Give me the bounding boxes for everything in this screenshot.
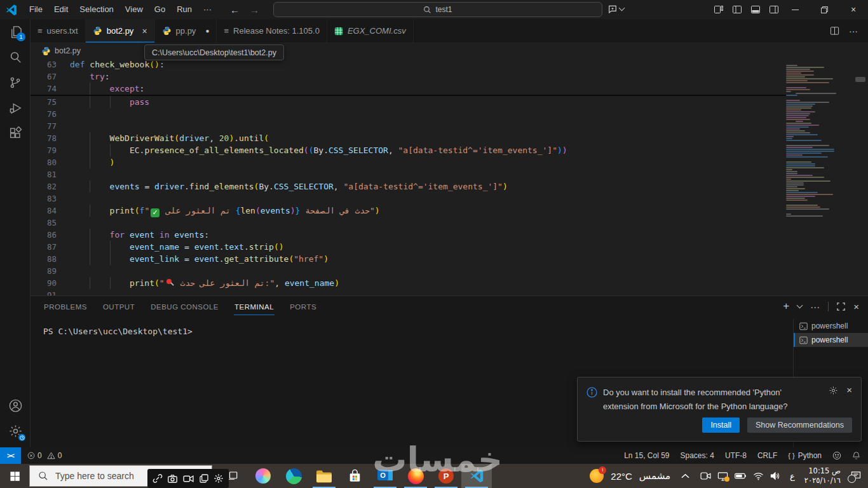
terminal-profile-chevron-icon[interactable] — [797, 302, 803, 309]
panel-tab-output[interactable]: OUTPUT — [102, 297, 135, 315]
remote-indicator[interactable]: >< — [0, 447, 21, 464]
line-number[interactable]: 82 — [31, 180, 70, 193]
code-line-77[interactable]: 77 — [31, 120, 868, 132]
close-window-button[interactable]: × — [839, 0, 868, 19]
editor-actions-more-icon[interactable]: ··· — [849, 26, 858, 36]
code-line-63[interactable]: 63def check_webook(): — [31, 58, 786, 71]
toggle-sidebar-icon[interactable] — [732, 4, 742, 15]
menu-run[interactable]: Run — [171, 0, 198, 19]
input-language[interactable]: ع — [790, 471, 795, 481]
tab-egx-comi-csv[interactable]: EGX_COMI.csv — [327, 19, 414, 43]
menu-view[interactable]: View — [119, 0, 149, 19]
editor-scrollbar[interactable] — [855, 77, 865, 82]
menu-go[interactable]: Go — [149, 0, 171, 19]
forward-arrow-icon[interactable]: → — [250, 4, 259, 15]
minimize-button[interactable] — [780, 0, 810, 19]
outlook-app-icon[interactable]: O — [370, 464, 400, 488]
menu-edit[interactable]: Edit — [48, 0, 74, 19]
vscode-app-icon[interactable] — [461, 464, 492, 488]
link-icon[interactable] — [153, 473, 163, 484]
close-tab-icon[interactable]: × — [142, 26, 147, 36]
code-line-80[interactable]: 80) — [31, 156, 868, 168]
indentation[interactable]: Spaces: 4 — [681, 451, 714, 460]
battery-icon[interactable] — [735, 472, 747, 480]
customize-layout-icon[interactable] — [714, 4, 724, 15]
line-number[interactable]: 76 — [31, 108, 70, 120]
terminal-instance-2[interactable]: powershell — [794, 333, 868, 347]
close-panel-icon[interactable]: × — [853, 301, 859, 312]
eol-sequence[interactable]: CRLF — [757, 451, 777, 460]
code-line-87[interactable]: 87event_name = event.text.strip() — [31, 241, 868, 253]
tab-release-notes-1-105-0[interactable]: ≡Release Notes: 1.105.0 — [217, 19, 327, 43]
problems-status[interactable]: 0 0 — [27, 451, 62, 460]
video-camera-icon[interactable] — [183, 473, 194, 484]
run-debug-icon[interactable] — [0, 95, 31, 121]
line-number[interactable]: 78 — [31, 132, 70, 144]
panel-tab-terminal[interactable]: TERMINAL — [234, 297, 275, 315]
meet-now-icon[interactable] — [700, 471, 711, 480]
line-number[interactable]: 74 — [31, 83, 70, 95]
line-number[interactable]: 83 — [31, 193, 70, 205]
volume-icon[interactable] — [770, 471, 780, 480]
code-line-89[interactable]: 89 — [31, 265, 868, 277]
toggle-secondary-sidebar-icon[interactable] — [769, 4, 779, 15]
encoding[interactable]: UTF-8 — [725, 451, 747, 460]
panel-tab-debug-console[interactable]: DEBUG CONSOLE — [150, 297, 219, 315]
code-line-81[interactable]: 81 — [31, 168, 868, 180]
code-line-90[interactable]: 90print(" تم العثور على حدث:", event_nam… — [31, 277, 868, 289]
code-line-86[interactable]: 86for event in events: — [31, 229, 868, 241]
layers-icon[interactable] — [199, 473, 209, 484]
line-number[interactable]: 87 — [31, 241, 70, 253]
settings-gear-icon[interactable] — [0, 418, 31, 444]
maximize-panel-icon[interactable] — [837, 302, 845, 311]
language-mode[interactable]: { }Python — [788, 451, 822, 460]
new-terminal-icon[interactable]: + — [783, 300, 789, 313]
extensions-icon[interactable] — [0, 121, 31, 146]
accounts-icon[interactable] — [0, 393, 31, 418]
code-line-82[interactable]: 82events = driver.find_elements(By.CSS_S… — [31, 180, 868, 193]
panel-more-icon[interactable]: ··· — [810, 301, 820, 312]
line-number[interactable]: 81 — [31, 168, 70, 180]
toggle-panel-icon[interactable] — [750, 4, 761, 15]
command-center-search[interactable]: test1 — [273, 2, 602, 17]
tab-pp-py[interactable]: pp.py● — [155, 19, 217, 43]
code-line-85[interactable]: 85 — [31, 217, 868, 229]
firefox-app-icon[interactable] — [400, 464, 431, 488]
camera-icon[interactable] — [167, 473, 178, 484]
panel-tab-ports[interactable]: PORTS — [289, 297, 317, 315]
restore-button[interactable] — [810, 0, 839, 19]
split-editor-icon[interactable] — [830, 26, 839, 36]
line-number[interactable]: 75 — [31, 96, 70, 108]
code-editor[interactable]: 63def check_webook():67try:74except:75pa… — [31, 58, 868, 295]
tray-expand-chevron-icon[interactable] — [681, 473, 689, 478]
menu-selection[interactable]: Selection — [74, 0, 119, 19]
explorer-icon[interactable]: 1 — [0, 19, 31, 44]
back-arrow-icon[interactable]: ← — [230, 4, 240, 15]
copilot-menu[interactable] — [607, 4, 624, 14]
show-recommendations-button[interactable]: Show Recommendations — [747, 417, 852, 433]
line-number[interactable]: 88 — [31, 253, 70, 265]
modified-dot-icon[interactable]: ● — [205, 27, 209, 34]
microsoft-store-app-icon[interactable] — [339, 464, 370, 488]
menu-file[interactable]: File — [24, 0, 48, 19]
line-number[interactable]: 79 — [31, 144, 70, 156]
code-line-88[interactable]: 88event_link = event.get_attribute("href… — [31, 253, 868, 265]
code-line-75[interactable]: 75pass — [31, 96, 868, 108]
line-number[interactable]: 91 — [31, 289, 70, 295]
search-sidebar-icon[interactable] — [0, 44, 31, 70]
feedback-smiley-icon[interactable] — [832, 451, 841, 460]
tab-bot2-py[interactable]: bot2.py× — [86, 19, 155, 43]
line-number[interactable]: 86 — [31, 229, 70, 241]
action-center-icon[interactable] — [850, 471, 862, 481]
edge-app-icon[interactable] — [278, 464, 309, 488]
wifi-icon[interactable] — [753, 472, 764, 480]
copilot-app-icon[interactable] — [248, 464, 278, 488]
line-number[interactable]: 85 — [31, 217, 70, 229]
code-line-83[interactable]: 83 — [31, 193, 868, 205]
weather-condition[interactable]: مشمس — [639, 470, 670, 482]
install-button[interactable]: Install — [702, 417, 740, 433]
minimap[interactable] — [786, 58, 844, 295]
menu-more[interactable]: ··· — [198, 0, 217, 19]
code-line-84[interactable]: 84print(f"✓ تم العثور على {len(events)} … — [31, 205, 868, 217]
powerpoint-app-icon[interactable]: P — [431, 464, 461, 488]
